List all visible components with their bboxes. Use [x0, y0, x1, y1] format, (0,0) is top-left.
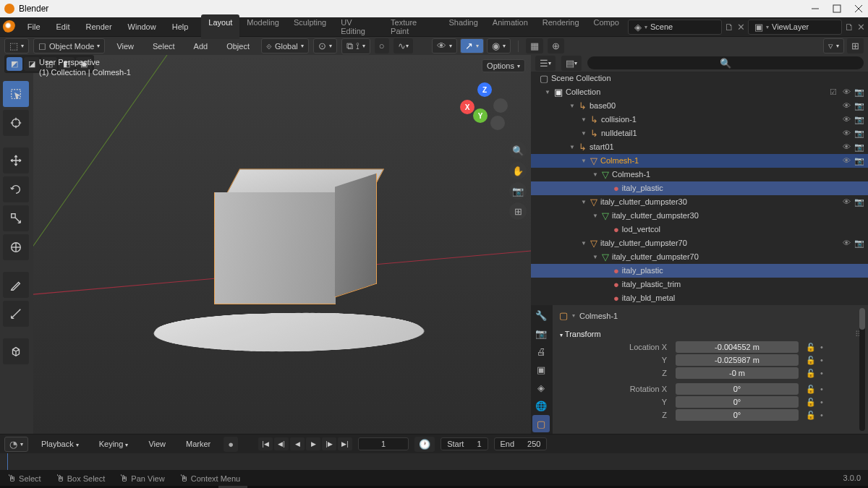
axis-neg-icon[interactable] [493, 98, 508, 113]
keyframe-next-btn[interactable]: |▶ [322, 437, 336, 450]
timeline-playback[interactable]: Playback ▾ [34, 437, 86, 451]
tab-rendering[interactable]: Rendering [535, 14, 587, 39]
rotation-z-field[interactable]: 0° [676, 409, 799, 421]
outliner-type-icon[interactable]: ☰▾ [535, 56, 556, 71]
outliner[interactable]: ▢ Scene Collection ▼ ▣ Collection ☑ 👁 📷 … [531, 72, 868, 305]
select-mode-sub[interactable]: ◪ [24, 57, 40, 71]
timeline-ruler[interactable] [0, 453, 868, 470]
orientation-dropdown[interactable]: ⟐ Global ▾ [261, 38, 309, 53]
outliner-item[interactable]: ▼▽italy_clutter_dumpster30👁📷 [531, 195, 868, 209]
outliner-item[interactable]: ●italy_bld_metal [531, 291, 868, 305]
new-scene-icon[interactable]: 🗋 [725, 22, 734, 33]
camera-icon[interactable]: 📷 [854, 128, 865, 138]
zoom-button[interactable]: 🔍 [509, 142, 527, 159]
menu-file[interactable]: File [20, 20, 48, 34]
eye-icon[interactable]: 👁 [841, 142, 852, 152]
prop-edit-curve[interactable]: ∿▾ [393, 38, 413, 53]
axis-neg2-icon[interactable] [490, 116, 505, 130]
new-viewlayer-icon[interactable]: 🗋 [845, 22, 854, 33]
prop-tab-tool[interactable]: 🔧 [532, 307, 550, 324]
select-mode-extend[interactable]: ◩ [7, 57, 22, 71]
outliner-search[interactable]: 🔍 [587, 56, 864, 69]
tool-annotate[interactable] [3, 272, 29, 298]
close-button[interactable] [854, 4, 864, 14]
lock-icon[interactable]: 🔓 [806, 411, 816, 420]
eye-icon[interactable]: 👁 [841, 100, 852, 111]
jump-end-btn[interactable]: ▶| [338, 437, 352, 450]
outliner-item[interactable]: ▼↳start01👁📷 [531, 140, 868, 154]
outliner-item[interactable]: ●lod_vertcol [531, 223, 868, 236]
tool-scale[interactable] [3, 205, 29, 231]
outliner-item[interactable]: ▼▽Colmesh-1👁📷 [531, 154, 868, 168]
eye-icon[interactable]: 👁 [841, 197, 852, 207]
outliner-item[interactable]: ▼▽italy_clutter_dumpster70👁📷 [531, 236, 868, 250]
camera-icon[interactable]: 📷 [854, 142, 865, 152]
eye-icon[interactable]: 👁 [841, 87, 852, 97]
prop-tab-scene[interactable]: ◈ [532, 379, 550, 396]
axis-y-icon[interactable]: Y [473, 108, 488, 123]
camera-button[interactable]: 📷 [509, 182, 527, 200]
maximize-button[interactable] [832, 4, 842, 14]
play-btn[interactable]: ▶ [306, 437, 320, 450]
prop-edit-btn[interactable]: ○ [375, 38, 389, 53]
outliner-item[interactable]: ▼↳collision-1👁📷 [531, 113, 868, 127]
camera-icon[interactable]: 📷 [854, 114, 865, 124]
pivot-dropdown[interactable]: ⊙▾ [313, 38, 337, 53]
timeline-cursor[interactable] [7, 453, 8, 470]
tab-animation[interactable]: Animation [485, 14, 535, 39]
tab-sculpting[interactable]: Sculpting [286, 14, 333, 39]
lock-icon[interactable]: 🔓 [806, 343, 816, 352]
minimize-button[interactable] [810, 4, 820, 14]
camera-icon[interactable]: 📷 [854, 155, 865, 166]
camera-icon[interactable]: 📷 [854, 238, 865, 248]
header-object[interactable]: Object [219, 39, 257, 53]
outliner-item[interactable]: ●italy_plastic [531, 264, 868, 278]
current-frame-field[interactable]: 1 [358, 437, 409, 450]
camera-icon[interactable]: 📷 [854, 100, 865, 111]
new-collection-btn[interactable]: ⊞ [847, 38, 864, 53]
outliner-collection[interactable]: ▼ ▣ Collection ☑ 👁 📷 [531, 85, 868, 99]
lock-icon[interactable]: 🔓 [806, 398, 816, 407]
viewlayer-field[interactable]: ▣ ▾ ViewLayer [748, 20, 842, 35]
autokey-btn[interactable]: ● [224, 437, 238, 452]
eye-icon[interactable]: 👁 [841, 128, 852, 138]
delete-viewlayer-icon[interactable]: ✕ [857, 22, 865, 33]
outliner-item[interactable]: ▼▽italy_clutter_dumpster70 [531, 250, 868, 264]
axis-x-icon[interactable]: X [460, 100, 475, 114]
timeline-marker[interactable]: Marker [179, 437, 218, 451]
prop-tab-output[interactable]: 🖨 [532, 343, 550, 360]
tool-select-box[interactable] [3, 81, 29, 107]
tab-modeling[interactable]: Modeling [239, 14, 286, 39]
tool-transform[interactable] [3, 234, 29, 260]
tab-compositing[interactable]: Compo [587, 14, 626, 39]
eye-icon[interactable]: 👁 [841, 238, 852, 248]
timeline-keying[interactable]: Keying ▾ [92, 437, 136, 451]
tool-add-cube[interactable] [3, 338, 29, 364]
scene-field[interactable]: ◈ ▾ Scene [628, 20, 722, 35]
start-frame-field[interactable]: Start 1 [441, 437, 488, 450]
keyframe-prev-btn[interactable]: ◀| [274, 437, 289, 450]
tool-rotate[interactable] [3, 176, 29, 202]
timeline-view[interactable]: View [141, 437, 173, 451]
tab-uv-editing[interactable]: UV Editing [333, 14, 383, 39]
lock-icon[interactable]: 🔓 [806, 385, 816, 394]
tab-layout[interactable]: Layout [201, 14, 239, 39]
viewport-3d[interactable]: User Perspective (1) Collection | Colmes… [33, 55, 531, 434]
end-frame-field[interactable]: End 250 [494, 437, 548, 450]
delete-scene-icon[interactable]: ✕ [737, 22, 745, 33]
menu-help[interactable]: Help [165, 20, 196, 34]
jump-start-btn[interactable]: |◀ [258, 437, 273, 450]
xray-btn[interactable]: ▦ [526, 38, 543, 53]
axis-z-icon[interactable]: Z [477, 82, 492, 97]
prop-tab-object[interactable]: ▢ [532, 415, 550, 432]
outliner-item[interactable]: ▼▽Colmesh-1 [531, 168, 868, 181]
selected-object-mesh[interactable] [214, 172, 366, 302]
header-view[interactable]: View [109, 39, 141, 53]
location-z-field[interactable]: -0 m [676, 367, 799, 379]
camera-icon[interactable]: 📷 [854, 197, 865, 207]
menu-render[interactable]: Render [78, 20, 119, 34]
snap-dropdown[interactable]: ⧉⟟▾ [341, 38, 370, 54]
tab-texture-paint[interactable]: Texture Paint [383, 14, 441, 39]
gizmo-dropdown[interactable]: ↗▾ [460, 38, 484, 53]
tab-shading[interactable]: Shading [441, 14, 485, 39]
